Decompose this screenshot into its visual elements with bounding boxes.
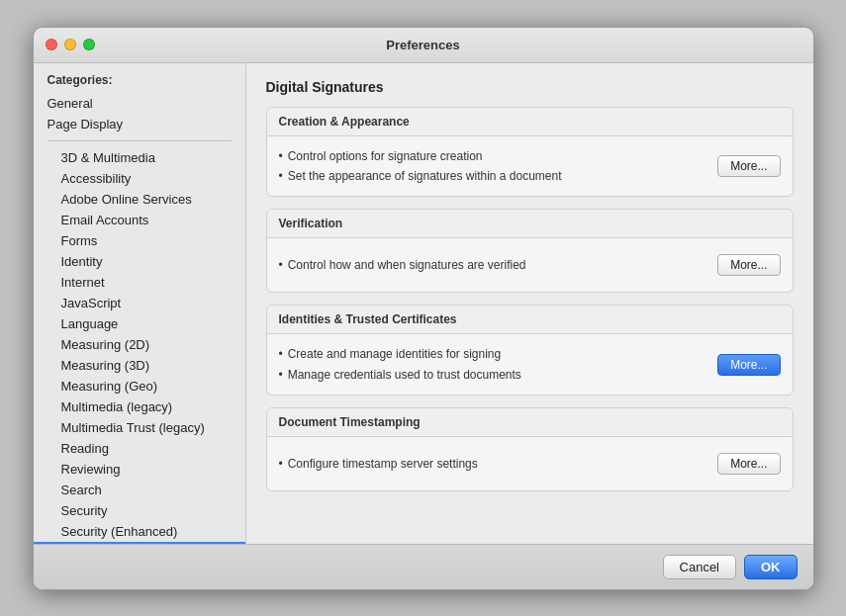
identities-trusted-more-button[interactable]: More...	[717, 354, 780, 376]
section-text-line: Configure timestamp server settings	[279, 454, 478, 474]
sidebar-item-general[interactable]: General	[34, 93, 245, 114]
sidebar-item-measuring-3d[interactable]: Measuring (3D)	[34, 355, 245, 376]
sidebar-item-security[interactable]: Security	[34, 500, 245, 521]
sidebar-item-measuring-geo[interactable]: Measuring (Geo)	[34, 376, 245, 396]
section-text-line: Set the appearance of signatures within …	[279, 166, 562, 186]
title-bar: Preferences	[34, 28, 813, 63]
section-verification: Verification Control how and when signat…	[266, 209, 794, 293]
sidebar-item-search[interactable]: Search	[34, 480, 245, 500]
section-verification-body: Control how and when signatures are veri…	[267, 238, 793, 292]
sidebar-item-reading[interactable]: Reading	[34, 438, 245, 459]
section-creation-appearance-header: Creation & Appearance	[267, 108, 793, 136]
sidebar-item-multimedia-trust[interactable]: Multimedia Trust (legacy)	[34, 417, 245, 438]
sidebar-item-adobe-online[interactable]: Adobe Online Services	[34, 189, 245, 210]
sidebar-item-accessibility[interactable]: Accessibility	[34, 168, 245, 189]
sidebar-item-page-display[interactable]: Page Display	[34, 114, 245, 134]
sidebar-item-email-accounts[interactable]: Email Accounts	[34, 210, 245, 230]
sidebar-item-identity[interactable]: Identity	[34, 251, 245, 272]
main-content: Digital Signatures Creation & Appearance…	[246, 63, 813, 544]
sidebar-item-language[interactable]: Language	[34, 313, 245, 334]
section-document-timestamping: Document Timestamping Configure timestam…	[266, 407, 794, 491]
section-identities-trusted-text: Create and manage identities for signing…	[279, 344, 521, 385]
sidebar-item-3d-multimedia[interactable]: 3D & Multimedia	[34, 147, 245, 168]
sidebar: Categories: General Page Display 3D & Mu…	[34, 63, 246, 544]
sidebar-item-multimedia-legacy[interactable]: Multimedia (legacy)	[34, 396, 245, 417]
main-title: Digital Signatures	[266, 79, 794, 95]
content-area: Categories: General Page Display 3D & Mu…	[34, 63, 813, 544]
section-text-line: Control how and when signatures are veri…	[279, 255, 526, 275]
document-timestamping-more-button[interactable]: More...	[717, 453, 780, 475]
section-verification-text: Control how and when signatures are veri…	[279, 255, 526, 275]
section-document-timestamping-header: Document Timestamping	[267, 408, 793, 437]
footer: Cancel OK	[34, 544, 813, 589]
section-creation-appearance-body: Control options for signature creation S…	[267, 136, 793, 197]
verification-more-button[interactable]: More...	[717, 254, 780, 276]
window-controls	[46, 39, 95, 50]
preferences-window: Preferences Categories: General Page Dis…	[33, 27, 814, 590]
section-identities-trusted-header: Identities & Trusted Certificates	[267, 306, 793, 334]
sidebar-item-reviewing[interactable]: Reviewing	[34, 459, 245, 480]
section-text-line: Manage credentials used to trust documen…	[279, 365, 521, 385]
minimize-button[interactable]	[64, 39, 76, 50]
creation-appearance-more-button[interactable]: More...	[717, 155, 780, 177]
cancel-button[interactable]: Cancel	[663, 555, 736, 579]
section-creation-appearance: Creation & Appearance Control options fo…	[266, 107, 794, 198]
sidebar-divider	[47, 140, 232, 141]
section-identities-trusted-body: Create and manage identities for signing…	[267, 334, 793, 395]
window-title: Preferences	[386, 38, 459, 52]
sidebar-item-measuring-2d[interactable]: Measuring (2D)	[34, 334, 245, 355]
section-document-timestamping-body: Configure timestamp server settings More…	[267, 437, 793, 490]
sidebar-item-forms[interactable]: Forms	[34, 230, 245, 251]
section-text-line: Create and manage identities for signing	[279, 344, 521, 364]
ok-button[interactable]: OK	[744, 555, 798, 579]
sidebar-item-security-enhanced[interactable]: Security (Enhanced)	[34, 521, 245, 542]
section-verification-header: Verification	[267, 210, 793, 238]
sidebar-label: Categories:	[34, 73, 245, 93]
section-text-line: Control options for signature creation	[279, 146, 562, 166]
sidebar-item-javascript[interactable]: JavaScript	[34, 293, 245, 313]
close-button[interactable]	[46, 39, 57, 50]
maximize-button[interactable]	[83, 39, 95, 50]
section-identities-trusted: Identities & Trusted Certificates Create…	[266, 305, 794, 396]
sidebar-item-internet[interactable]: Internet	[34, 272, 245, 293]
section-creation-appearance-text: Control options for signature creation S…	[279, 146, 562, 187]
section-document-timestamping-text: Configure timestamp server settings	[279, 454, 478, 474]
